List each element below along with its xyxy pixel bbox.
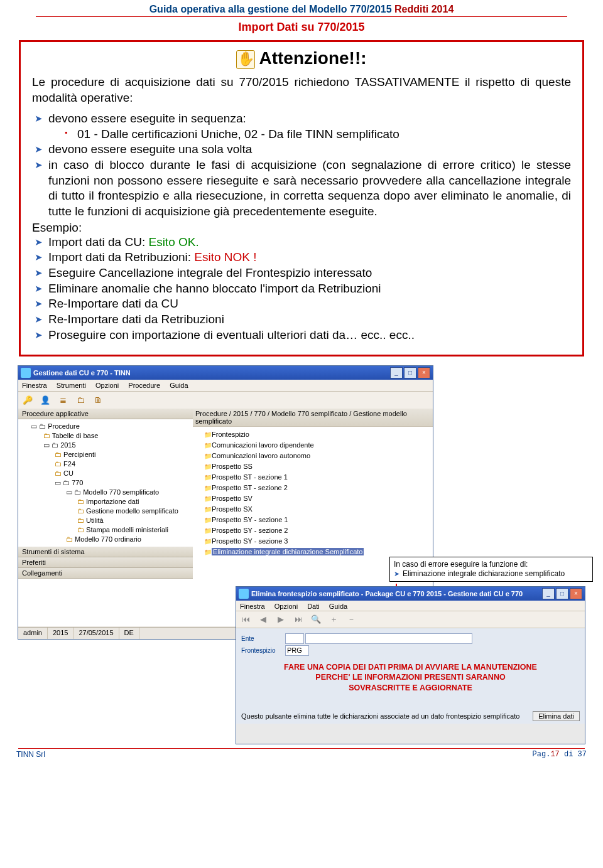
example-list: Import dati da CU: Esito OK. Import dati… [35,235,571,343]
status-de: DE [119,628,139,639]
close-button[interactable]: × [570,588,582,599]
nav-tree[interactable]: ▭ 🗀 Procedure 🗀 Tabelle di base ▭ 🗀 2015… [18,419,193,544]
section-title: Import Dati su 770/2015 [19,21,584,34]
status-date: 27/05/2015 [73,628,119,639]
ente-desc-field[interactable] [305,633,472,644]
label-frontespizio: Frontespizio [241,647,285,654]
list-item[interactable]: Prospetto SY - sezione 2 [204,525,430,536]
warning-text: FARE UNA COPIA DEI DATI PRIMA DI AVVIARE… [241,662,580,694]
rule-1: devono essere eseguite in sequenza: 01 -… [35,111,571,142]
list-item[interactable]: Prospetto SY - sezione 3 [204,536,430,547]
titlebar-1[interactable]: Gestione dati CU e 770 - TINN _ □ × [18,366,433,380]
intro-paragraph: Le procedure di acquisizione dati su 770… [32,74,571,106]
tool-prev-icon[interactable]: ◀ [256,613,270,626]
pane-header: Procedure applicative [18,409,193,419]
pane-hdr-3[interactable]: Preferiti [18,557,193,568]
list-item[interactable]: Prospetto SV [204,493,430,504]
pane-hdr-4[interactable]: Collegamenti [18,568,193,579]
list-item[interactable]: Frontespizio [204,429,430,440]
label-ente: Ente [241,635,285,642]
attenzione-heading: ✋Attenzione!!: [32,48,571,69]
toolbar-2: ⏮ ◀ ▶ ⏭ 🔍 ＋ － [236,611,585,628]
ex-2: Import dati da Retribuzioni: Esito NOK ! [35,250,571,265]
rule-1-sub: 01 - Dalle certificazioni Uniche, 02 - D… [65,127,571,142]
callout-line-2: Eliminazione integrale dichiarazione sem… [394,569,589,579]
elimina-dati-button[interactable]: Elimina dati [533,711,580,721]
callout-box: In caso di errore eseguire la funzione d… [389,557,593,582]
tool-icon-5[interactable]: 🗎 [91,394,105,407]
ex-1: Import dati da CU: Esito OK. [35,235,571,250]
doc-header: Guida operativa alla gestione del Modell… [19,4,584,15]
header-red: Redditi 2014 [394,4,454,14]
ex-5: Re-Importare dati da CU [35,296,571,312]
minimize-button[interactable]: _ [390,367,403,378]
ente-field[interactable] [285,633,304,644]
rule-2: devono essere eseguite una sola volta [35,142,571,158]
elimina-desc: Questo pulsante elimina tutte le dichiar… [241,712,526,720]
callout-line-1: In caso di errore eseguire la funzione d… [394,560,589,569]
sysmenu-icon[interactable] [21,368,31,378]
example-label: Esempio: [32,221,571,235]
close-button[interactable]: × [418,367,430,378]
attention-box: ✋Attenzione!!: Le procedure di acquisizi… [19,40,584,356]
list-item[interactable]: Prospetto ST - sezione 2 [204,483,430,493]
menu-finestra[interactable]: Finestra [240,601,265,612]
footer-page: Pag.17 di 37 [533,750,587,759]
list-item[interactable]: Comunicazioni lavoro dipendente [204,440,430,451]
status-year: 2015 [48,628,73,639]
frontespizio-field[interactable] [285,645,309,656]
left-nav-pane: Procedure applicative ▭ 🗀 Procedure 🗀 Ta… [18,409,193,626]
menubar-1[interactable]: Finestra Strumenti Opzioni Procedure Gui… [18,380,433,392]
toolbar-1: 🔑 👤 ≣ 🗀 🗎 [18,392,433,410]
screenshots-area: Gestione dati CU e 770 - TINN _ □ × Fine… [0,365,603,748]
status-user: admin [18,628,48,639]
tool-next-icon[interactable]: ▶ [274,613,288,626]
sysmenu-icon[interactable] [239,589,249,599]
menu-opzioni[interactable]: Opzioni [274,601,298,612]
menu-strumenti[interactable]: Strumenti [57,380,86,391]
menu-procedure[interactable]: Procedure [128,380,160,391]
titlebar-2[interactable]: Elimina frontespizio semplificato - Pack… [236,587,585,601]
list-item[interactable]: Prospetto SY - sezione 1 [204,515,430,525]
list-item[interactable]: Comunicazioni lavoro autonomo [204,451,430,461]
menu-opzioni[interactable]: Opzioni [95,380,119,391]
tool-first-icon[interactable]: ⏮ [239,613,253,626]
list-item[interactable]: Prospetto SS [204,461,430,472]
list-item[interactable]: Prospetto SX [204,504,430,515]
pane-hdr-2[interactable]: Strumenti di sistema [18,547,193,557]
app-window-2: Elimina frontespizio semplificato - Pack… [236,586,585,744]
rules-list: devono essere eseguite in sequenza: 01 -… [35,111,571,220]
tool-new-icon[interactable]: ＋ [327,613,340,626]
header-blue: Guida operativa alla gestione del Modell… [149,4,392,14]
tool-search-icon[interactable]: 🔍 [309,613,323,626]
maximize-button[interactable]: □ [556,588,568,599]
minimize-button[interactable]: _ [542,588,555,599]
menu-dati[interactable]: Dati [307,601,320,612]
menu-guida[interactable]: Guida [329,601,347,612]
maximize-button[interactable]: □ [404,367,416,378]
breadcrumb: Procedure / 2015 / 770 / Modello 770 sem… [193,409,433,427]
tool-icon-4[interactable]: 🗀 [73,394,87,407]
rule-3: in caso di blocco durante le fasi di acq… [35,158,571,220]
item-list[interactable]: Frontespizio Comunicazioni lavoro dipend… [193,427,433,557]
menubar-2[interactable]: Finestra Opzioni Dati Guida [236,601,585,611]
footer: TINN Srl Pag.17 di 37 [0,749,603,761]
tool-icon-3[interactable]: ≣ [56,394,70,407]
tool-last-icon[interactable]: ⏭ [291,613,305,626]
list-item-selected[interactable]: Eliminazione integrale dichiarazione Sem… [204,547,430,557]
menu-finestra[interactable]: Finestra [22,380,47,391]
form-area: Ente Frontespizio FARE UNA COPIA DEI DAT… [236,628,585,709]
tool-del-icon[interactable]: － [344,613,358,626]
ex-3: Eseguire Cancellazione integrale del Fro… [35,265,571,281]
list-item[interactable]: Prospetto ST - sezione 1 [204,472,430,483]
ex-6: Re-Importare dati da Retribuzioni [35,312,571,328]
header-rule [36,16,567,17]
tool-icon-1[interactable]: 🔑 [21,394,35,407]
tool-icon-2[interactable]: 👤 [38,394,52,407]
win2-title: Elimina frontespizio semplificato - Pack… [251,590,541,597]
ex-4: Eliminare anomalie che hanno bloccato l'… [35,281,571,297]
footer-left: TINN Srl [16,750,45,759]
ex-7: Proseguire con importazione di eventuali… [35,328,571,343]
elimina-row: Questo pulsante elimina tutte le dichiar… [236,709,585,724]
menu-guida[interactable]: Guida [170,380,188,391]
